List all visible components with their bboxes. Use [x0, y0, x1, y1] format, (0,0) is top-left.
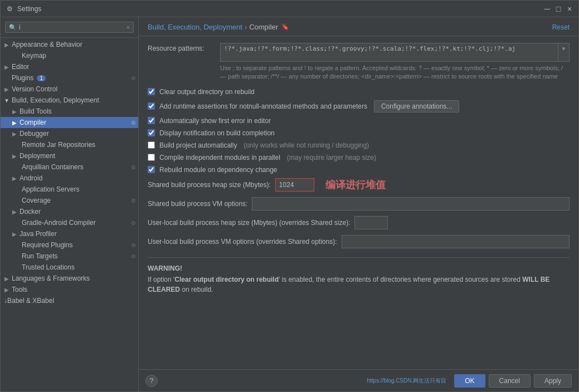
sidebar-item-other[interactable]: ↓Babel & XBabel	[1, 295, 138, 306]
sidebar-item-compiler[interactable]: ▶ Compiler ⚙	[1, 117, 138, 128]
sidebar-item-appearance[interactable]: ▶ Appearance & Behavior	[1, 39, 138, 50]
display-notification-row: Display notification on build completion	[148, 129, 570, 137]
breadcrumb-link[interactable]: Build, Execution, Deployment	[148, 23, 242, 31]
resource-patterns-row: Resource patterns: ▼	[148, 43, 570, 62]
help-button[interactable]: ?	[145, 375, 158, 387]
user-heap-label: User-local build process heap size (Mbyt…	[148, 219, 350, 227]
arrow-icon: ▶	[11, 120, 18, 126]
resource-patterns-input[interactable]	[220, 43, 558, 62]
breadcrumb: Build, Execution, Deployment › Compiler …	[148, 23, 289, 31]
search-clear-icon[interactable]: ×	[126, 24, 130, 31]
build-auto-checkbox[interactable]	[148, 141, 155, 149]
rebuild-module-row: Rebuild module on dependency change	[148, 166, 570, 174]
display-notification-checkbox[interactable]	[148, 129, 155, 136]
settings-icon: ⚙	[131, 164, 136, 170]
breadcrumb-separator: ›	[245, 23, 247, 31]
search-input[interactable]	[19, 23, 126, 31]
expand-icon[interactable]: ▼	[558, 43, 570, 62]
arrow-icon: ▶	[11, 109, 18, 115]
arrow-icon: ▶	[11, 153, 18, 159]
warning-text: If option 'Clear output directory on reb…	[148, 275, 570, 295]
add-runtime-checkbox[interactable]	[148, 102, 155, 110]
watermark-text: https://blog.CSDN.网生活只有目	[367, 377, 446, 385]
sidebar-item-trusted-locations[interactable]: Trusted Locations	[1, 262, 138, 273]
arrow-icon: ▶	[11, 175, 18, 182]
display-notification-label: Display notification on build completion	[159, 129, 275, 137]
compile-parallel-label: Compile independent modules in parallel	[159, 154, 280, 161]
configure-annotations-button[interactable]: Configure annotations...	[374, 100, 459, 112]
bookmark-icon: 🔖	[281, 23, 289, 31]
app-icon: ⚙	[5, 4, 14, 13]
arrow-icon: ▶	[3, 64, 11, 70]
settings-icon: ⚙	[131, 75, 136, 81]
arrow-icon: ▶	[3, 42, 11, 48]
apply-button[interactable]: Apply	[534, 374, 572, 388]
ok-button[interactable]: OK	[454, 374, 485, 388]
sidebar-item-remote-jar[interactable]: Remote Jar Repositories	[1, 139, 138, 150]
sidebar-item-version-control[interactable]: ▶ Version Control	[1, 84, 138, 95]
shared-heap-label: Shared build process heap size (Mbytes):	[148, 181, 271, 189]
main-content: 🔍 × ▶ Appearance & Behavior Keymap	[1, 17, 578, 391]
sidebar-item-android[interactable]: ▶ Android	[1, 173, 138, 184]
sidebar-item-required-plugins[interactable]: Required Plugins ⚙	[1, 239, 138, 251]
add-runtime-row: Add runtime assertions for notnull-annot…	[148, 100, 570, 112]
title-bar: ⚙ Settings ─ □ ×	[1, 1, 578, 17]
search-box: 🔍 ×	[1, 17, 138, 38]
user-heap-input[interactable]	[354, 216, 388, 229]
auto-show-label: Automatically show first error in editor	[159, 117, 271, 125]
clear-output-label: Clear output directory on rebuild	[159, 88, 255, 96]
panel-content: Resource patterns: ▼ Use ; to separate p…	[139, 36, 578, 369]
warning-text-normal: If option '	[148, 276, 174, 283]
sidebar-item-java-profiler[interactable]: ▶ Java Profiler	[1, 228, 138, 239]
sidebar-item-docker[interactable]: ▶ Docker	[1, 206, 138, 217]
warning-box: WARNING! If option 'Clear output directo…	[148, 257, 570, 295]
sidebar-item-app-servers[interactable]: Application Servers	[1, 184, 138, 195]
maximize-button[interactable]: □	[554, 4, 563, 13]
clear-output-checkbox[interactable]	[148, 88, 155, 95]
sidebar-item-build-execution[interactable]: ▼ Build, Execution, Deployment	[1, 95, 138, 106]
warning-title: WARNING!	[148, 264, 570, 272]
cancel-button[interactable]: Cancel	[489, 374, 531, 388]
user-vm-input[interactable]	[342, 235, 570, 248]
main-panel: Build, Execution, Deployment › Compiler …	[139, 17, 578, 391]
sidebar-item-gradle-android[interactable]: Gradle-Android Compiler ⚙	[1, 217, 138, 228]
settings-icon: ⚙	[131, 242, 136, 248]
sidebar-item-plugins[interactable]: Plugins 1 ⚙	[1, 72, 138, 84]
arrow-icon: ▶	[11, 131, 18, 137]
shared-vm-input[interactable]	[252, 197, 570, 210]
resource-patterns-help: Use ; to separate patterns and ! to nega…	[148, 64, 570, 81]
resource-patterns-input-wrapper: ▼	[220, 43, 570, 62]
sidebar-item-run-targets[interactable]: Run Targets ⚙	[1, 251, 138, 262]
panel-header: Build, Execution, Deployment › Compiler …	[139, 17, 578, 36]
build-auto-label: Build project automatically	[159, 141, 237, 149]
sidebar-item-coverage[interactable]: Coverage ⚙	[1, 195, 138, 206]
shared-heap-input[interactable]	[275, 178, 314, 192]
auto-show-checkbox[interactable]	[148, 117, 155, 124]
sidebar-item-debugger[interactable]: ▶ Debugger	[1, 128, 138, 139]
build-auto-note: (only works while not running / debuggin…	[244, 141, 369, 149]
sidebar-item-deployment[interactable]: ▶ Deployment	[1, 150, 138, 161]
compile-parallel-note: (may require larger heap size)	[287, 154, 376, 161]
reset-button[interactable]: Reset	[552, 23, 570, 31]
sidebar-item-arquillian[interactable]: Arquillian Containers ⚙	[1, 161, 138, 173]
shared-heap-row: Shared build process heap size (Mbytes):…	[148, 178, 570, 192]
settings-icon: ⚙	[131, 198, 136, 204]
settings-icon: ⚙	[131, 253, 136, 259]
rebuild-module-label: Rebuild module on dependency change	[159, 166, 278, 174]
compile-parallel-row: Compile independent modules in parallel …	[148, 154, 570, 161]
compile-parallel-checkbox[interactable]	[148, 154, 155, 161]
arrow-icon: ▼	[3, 97, 11, 104]
sidebar-item-build-tools[interactable]: ▶ Build Tools	[1, 106, 138, 117]
sidebar-item-tools[interactable]: ▶ Tools	[1, 284, 138, 295]
sidebar-item-editor[interactable]: ▶ Editor	[1, 61, 138, 72]
auto-show-row: Automatically show first error in editor	[148, 117, 570, 125]
minimize-button[interactable]: ─	[543, 4, 552, 13]
arrow-icon: ▶	[11, 231, 18, 237]
bottom-bar: ? https://blog.CSDN.网生活只有目 OK Cancel App…	[139, 369, 578, 391]
shared-vm-row: Shared build process VM options:	[148, 197, 570, 210]
search-wrapper: 🔍 ×	[5, 22, 134, 33]
sidebar-item-languages[interactable]: ▶ Languages & Frameworks	[1, 273, 138, 284]
close-button[interactable]: ×	[565, 4, 574, 13]
rebuild-module-checkbox[interactable]	[148, 166, 155, 173]
sidebar-item-keymap[interactable]: Keymap	[1, 50, 138, 61]
